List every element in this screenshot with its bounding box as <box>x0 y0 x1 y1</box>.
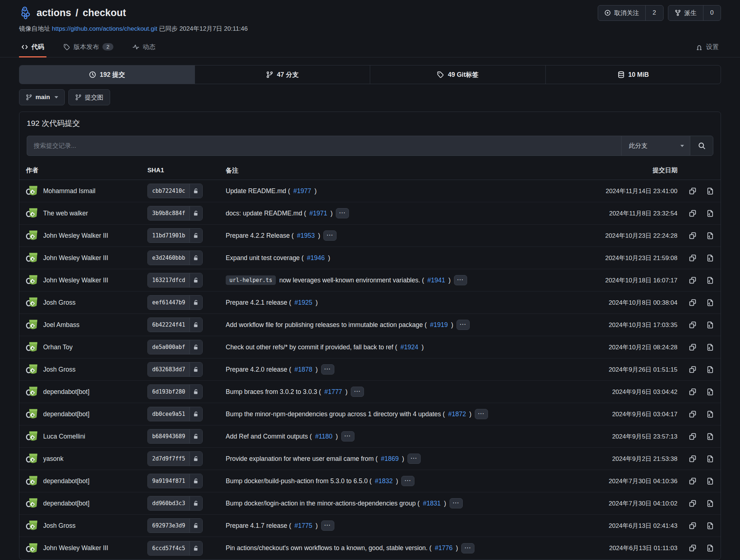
sha-badge[interactable]: 2d7d9f7ff5 <box>147 451 203 466</box>
copy-sha-button[interactable] <box>689 232 696 240</box>
stat-commits[interactable]: 192 提交 <box>19 65 195 84</box>
sha-badge[interactable]: 9a9194f871 <box>147 474 203 488</box>
branch-selector[interactable]: main <box>19 89 65 105</box>
sha-badge[interactable]: 6d193bf280 <box>147 384 203 399</box>
browse-source-button[interactable] <box>706 277 714 284</box>
issue-link[interactable]: #1775 <box>294 522 312 530</box>
unwatch-button[interactable]: 取消关注 <box>598 5 645 20</box>
browse-source-button[interactable] <box>706 254 714 262</box>
stat-tags[interactable]: 49 Git标签 <box>370 65 545 84</box>
sha-badge[interactable]: 692973e3d9 <box>147 518 203 533</box>
copy-sha-button[interactable] <box>689 500 696 507</box>
expand-commit-button[interactable]: ··· <box>475 409 488 419</box>
fork-button[interactable]: 派生 <box>668 5 703 20</box>
issue-link[interactable]: #1924 <box>401 343 418 351</box>
sha-badge[interactable]: eef61447b9 <box>147 295 203 310</box>
sha-badge[interactable]: d632683dd7 <box>147 362 203 377</box>
tab-releases[interactable]: 版本发布 2 <box>61 39 116 57</box>
expand-commit-button[interactable]: ··· <box>461 543 474 553</box>
browse-source-button[interactable] <box>706 321 714 329</box>
copy-sha-button[interactable] <box>689 455 696 463</box>
sha-badge[interactable]: de5a000abf <box>147 340 203 354</box>
repo-owner-link[interactable]: actions <box>37 7 71 19</box>
expand-commit-button[interactable]: ··· <box>336 208 349 218</box>
sha-badge[interactable]: 3b9b8c884f <box>147 206 203 221</box>
copy-sha-button[interactable] <box>689 522 696 530</box>
issue-link[interactable]: #1953 <box>297 232 315 240</box>
watch-count[interactable]: 2 <box>645 5 663 20</box>
copy-sha-button[interactable] <box>689 388 696 396</box>
browse-source-button[interactable] <box>706 366 714 373</box>
issue-link[interactable]: #1878 <box>294 366 312 373</box>
sha-badge[interactable]: 163217dfcd <box>147 273 203 287</box>
copy-sha-button[interactable] <box>689 299 696 307</box>
browse-source-button[interactable] <box>706 299 714 307</box>
copy-sha-button[interactable] <box>689 321 696 329</box>
browse-source-button[interactable] <box>706 388 714 396</box>
browse-source-button[interactable] <box>706 455 714 463</box>
issue-link[interactable]: #1946 <box>307 254 325 262</box>
browse-source-button[interactable] <box>706 477 714 485</box>
stat-branches[interactable]: 47 分支 <box>195 65 370 84</box>
mirror-url-link[interactable]: https://github.com/actions/checkout.git <box>52 25 157 32</box>
copy-sha-button[interactable] <box>689 544 696 552</box>
issue-link[interactable]: #1977 <box>293 187 311 195</box>
fork-count[interactable]: 0 <box>703 5 721 20</box>
browse-source-button[interactable] <box>706 343 714 351</box>
stat-size[interactable]: 10 MiB <box>545 65 721 84</box>
issue-link[interactable]: #1941 <box>427 277 445 284</box>
copy-sha-button[interactable] <box>689 477 696 485</box>
issue-link[interactable]: #1832 <box>375 477 393 485</box>
browse-source-button[interactable] <box>706 210 714 217</box>
issue-link[interactable]: #1831 <box>423 500 441 507</box>
copy-sha-button[interactable] <box>689 433 696 440</box>
sha-badge[interactable]: e3d2460bbb <box>147 251 203 265</box>
browse-source-button[interactable] <box>706 187 714 195</box>
expand-commit-button[interactable]: ··· <box>457 320 470 330</box>
copy-sha-button[interactable] <box>689 210 696 217</box>
repo-name-link[interactable]: checkout <box>83 7 126 19</box>
expand-commit-button[interactable]: ··· <box>351 387 364 397</box>
browse-source-button[interactable] <box>706 433 714 440</box>
issue-link[interactable]: #1869 <box>381 455 399 463</box>
branch-filter-select[interactable]: 此分支 <box>621 136 690 156</box>
browse-source-button[interactable] <box>706 232 714 240</box>
issue-link[interactable]: #1872 <box>448 410 466 418</box>
copy-sha-button[interactable] <box>689 277 696 284</box>
issue-link[interactable]: #1180 <box>315 433 332 440</box>
expand-commit-button[interactable]: ··· <box>407 454 421 464</box>
expand-commit-button[interactable]: ··· <box>321 364 334 375</box>
sha-badge[interactable]: 11bd71901b <box>147 228 203 243</box>
commit-graph-button[interactable]: 提交图 <box>68 89 110 105</box>
browse-source-button[interactable] <box>706 544 714 552</box>
expand-commit-button[interactable]: ··· <box>321 520 334 531</box>
commit-search-input[interactable] <box>27 136 621 156</box>
issue-link[interactable]: #1925 <box>294 299 312 307</box>
sha-badge[interactable]: 6b42224f41 <box>147 317 203 332</box>
issue-link[interactable]: #1971 <box>309 210 327 217</box>
sha-badge[interactable]: b684943689 <box>147 429 203 444</box>
expand-commit-button[interactable]: ··· <box>341 431 354 441</box>
expand-commit-button[interactable]: ··· <box>401 476 414 486</box>
commit-search-button[interactable] <box>690 136 713 156</box>
browse-source-button[interactable] <box>706 522 714 530</box>
copy-sha-button[interactable] <box>689 366 696 373</box>
issue-link[interactable]: #1777 <box>324 388 342 396</box>
sha-badge[interactable]: 6ccd57f4c5 <box>147 541 203 556</box>
expand-commit-button[interactable]: ··· <box>323 230 337 241</box>
copy-sha-button[interactable] <box>689 343 696 351</box>
tab-code[interactable]: 代码 <box>19 39 46 57</box>
issue-link[interactable]: #1776 <box>435 544 453 552</box>
tab-settings[interactable]: 设置 <box>694 39 721 57</box>
copy-sha-button[interactable] <box>689 254 696 262</box>
browse-source-button[interactable] <box>706 500 714 507</box>
copy-sha-button[interactable] <box>689 187 696 195</box>
browse-source-button[interactable] <box>706 410 714 418</box>
tab-activity[interactable]: 动态 <box>130 39 158 57</box>
sha-badge[interactable]: dd960bd3c3 <box>147 496 203 511</box>
expand-commit-button[interactable]: ··· <box>454 275 467 285</box>
sha-badge[interactable]: db0cee9a51 <box>147 407 203 421</box>
expand-commit-button[interactable]: ··· <box>450 498 463 508</box>
sha-badge[interactable]: cbb722410c <box>147 184 203 198</box>
issue-link[interactable]: #1919 <box>430 321 448 329</box>
